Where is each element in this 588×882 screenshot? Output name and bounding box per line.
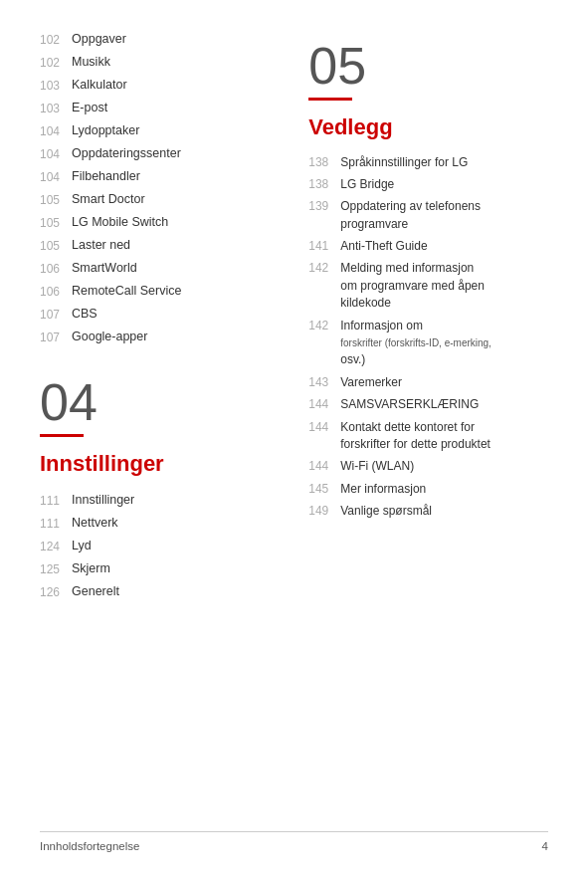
- toc-text: RemoteCall Service: [72, 282, 181, 301]
- toc-item: 125Skjerm: [40, 559, 269, 578]
- toc-item: 141Anti-Theft Guide: [308, 238, 548, 255]
- toc-text: Språkinnstillinger for LG: [340, 154, 468, 171]
- footer-label: Innholdsfortegnelse: [40, 840, 139, 852]
- toc-item: 104Filbehandler: [40, 167, 269, 186]
- toc-text: Laster ned: [72, 236, 130, 255]
- toc-num: 103: [40, 76, 72, 95]
- toc-text: Lydopptaker: [72, 121, 139, 140]
- toc-text: Melding med informasjonom programvare me…: [340, 260, 485, 312]
- toc-text: LG Bridge: [340, 176, 394, 193]
- toc-text: Innstillinger: [72, 491, 134, 510]
- toc-num: 111: [40, 491, 72, 510]
- section04-block: 04 Innstillinger 111Innstillinger111Nett…: [40, 376, 269, 601]
- toc-item: 107CBS: [40, 305, 269, 324]
- toc-text: Kalkulator: [72, 76, 127, 95]
- toc-num: 106: [40, 259, 72, 278]
- toc-num: 105: [40, 236, 72, 255]
- toc-text: Varemerker: [340, 374, 402, 391]
- left-column: 102Oppgaver102Musikk103Kalkulator103E-po…: [40, 30, 289, 831]
- toc-text: CBS: [72, 305, 98, 324]
- toc-item: 138LG Bridge: [308, 176, 548, 193]
- toc-num: 104: [40, 167, 72, 186]
- toc-item: 142Informasjon omforskrifter (forskrifts…: [308, 318, 548, 369]
- toc-item: 107Google-apper: [40, 328, 269, 346]
- toc-item: 104Oppdateringssenter: [40, 144, 269, 163]
- toc-text: Musikk: [72, 53, 110, 72]
- toc-text: Lyd: [72, 537, 92, 555]
- toc-item: 105LG Mobile Switch: [40, 213, 269, 232]
- page-container: 102Oppgaver102Musikk103Kalkulator103E-po…: [0, 0, 588, 882]
- toc-num: 102: [40, 53, 72, 72]
- toc-text: Google-apper: [72, 328, 147, 346]
- toc-item: 102Musikk: [40, 53, 269, 72]
- toc-item: 126Generelt: [40, 582, 269, 601]
- toc-item: 144Wi-Fi (WLAN): [308, 458, 548, 475]
- toc-num: 105: [40, 190, 72, 209]
- toc-num: 144: [308, 458, 340, 473]
- toc-item: 106RemoteCall Service: [40, 282, 269, 301]
- toc-text: Smart Doctor: [72, 190, 145, 209]
- toc-num: 104: [40, 121, 72, 140]
- toc-text: LG Mobile Switch: [72, 213, 168, 232]
- toc-item: 139Oppdatering av telefonensprogramvare: [308, 198, 548, 233]
- toc-item: 103Kalkulator: [40, 76, 269, 95]
- toc-text: Informasjon omforskrifter (forskrifts-ID…: [340, 318, 491, 369]
- section04-divider: [40, 434, 84, 437]
- toc-text: Skjerm: [72, 559, 110, 578]
- toc-item: 106SmartWorld: [40, 259, 269, 278]
- toc-num: 104: [40, 144, 72, 163]
- toc-text: Wi-Fi (WLAN): [340, 458, 414, 475]
- toc-num: 143: [308, 374, 340, 389]
- toc-text: Oppdateringssenter: [72, 144, 181, 163]
- toc-num: 149: [308, 503, 340, 518]
- toc-num: 142: [308, 260, 340, 275]
- toc-item: 143Varemerker: [308, 374, 548, 391]
- toc-text: Mer informasjon: [340, 481, 426, 498]
- toc-num: 105: [40, 213, 72, 232]
- toc-num: 107: [40, 328, 72, 346]
- toc-num: 124: [40, 537, 72, 555]
- toc-item: 144SAMSVARSERKLÆRING: [308, 396, 548, 413]
- toc-num: 144: [308, 396, 340, 411]
- toc-text: Filbehandler: [72, 167, 140, 186]
- toc-item: 104Lydopptaker: [40, 121, 269, 140]
- toc-num: 125: [40, 559, 72, 578]
- right-column: 05 Vedlegg 138Språkinnstillinger for LG1…: [289, 30, 548, 831]
- section04-number: 04: [40, 376, 269, 428]
- toc-list-04: 111Innstillinger111Nettverk124Lyd125Skje…: [40, 491, 269, 601]
- toc-item: 142Melding med informasjonom programvare…: [308, 260, 548, 312]
- toc-num: 106: [40, 282, 72, 301]
- toc-text: E-post: [72, 99, 107, 117]
- section05-number: 05: [308, 40, 548, 92]
- toc-num: 144: [308, 419, 340, 434]
- toc-num: 111: [40, 514, 72, 533]
- toc-num: 103: [40, 99, 72, 117]
- toc-item: 105Laster ned: [40, 236, 269, 255]
- toc-text: Anti-Theft Guide: [340, 238, 427, 255]
- toc-list-top: 102Oppgaver102Musikk103Kalkulator103E-po…: [40, 30, 269, 346]
- toc-num: 107: [40, 305, 72, 324]
- toc-num: 138: [308, 154, 340, 169]
- footer-page: 4: [542, 840, 548, 852]
- toc-text: Oppdatering av telefonensprogramvare: [340, 198, 481, 233]
- toc-item: 144Kontakt dette kontoret forforskrifter…: [308, 419, 548, 454]
- section05-block: 05 Vedlegg 138Språkinnstillinger for LG1…: [308, 40, 548, 521]
- toc-text: Nettverk: [72, 514, 118, 533]
- toc-text: SAMSVARSERKLÆRING: [340, 396, 479, 413]
- content-area: 102Oppgaver102Musikk103Kalkulator103E-po…: [40, 30, 548, 831]
- section05-title: Vedlegg: [308, 114, 548, 140]
- toc-item: 103E-post: [40, 99, 269, 117]
- toc-num: 142: [308, 318, 340, 332]
- toc-text: Kontakt dette kontoret forforskrifter fo…: [340, 419, 490, 454]
- toc-num: 138: [308, 176, 340, 191]
- toc-text: Generelt: [72, 582, 119, 601]
- toc-list-05: 138Språkinnstillinger for LG138LG Bridge…: [308, 154, 548, 521]
- footer: Innholdsfortegnelse 4: [40, 831, 548, 852]
- section05-divider: [308, 98, 352, 101]
- toc-item: 105Smart Doctor: [40, 190, 269, 209]
- toc-num: 141: [308, 238, 340, 253]
- toc-text: Oppgaver: [72, 30, 126, 49]
- toc-item: 111Innstillinger: [40, 491, 269, 510]
- toc-item: 138Språkinnstillinger for LG: [308, 154, 548, 171]
- toc-item: 145Mer informasjon: [308, 481, 548, 498]
